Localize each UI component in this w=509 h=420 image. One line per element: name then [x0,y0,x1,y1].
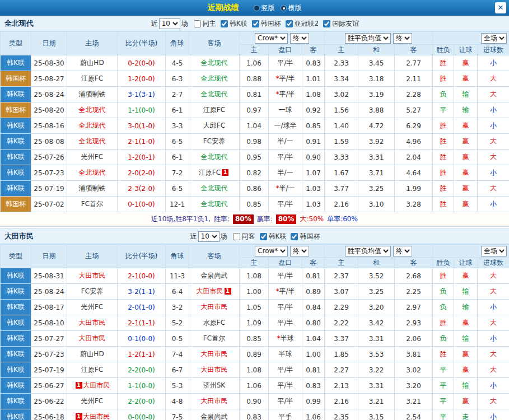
league-checkbox-korcup[interactable] [252,20,259,27]
bookmaker-select[interactable]: Crow* [255,246,288,256]
euro-away-odds: 2.97 [395,300,433,315]
euro-odds-selects: 胜平负均值 终 [325,245,433,258]
league-cell: 韩K联 [1,394,31,409]
league-checkbox-acl2[interactable] [286,20,293,27]
match-row: 韩K联25-08-16全北现代3-0(1-0)3-3大邱FC1.04一/球半0.… [1,118,509,134]
league-filter-kleague[interactable]: 韩K联 [255,232,287,241]
asian-away-odds: 1.00 [302,347,325,362]
result-handicap: 赢 [454,134,478,150]
score-cell: 1-1(0-0) [118,378,166,394]
away-team-cell: 济州SK [189,378,240,394]
corners-cell: 7-5 [166,409,189,420]
recent-results-window: 近期战绩 竖版 横版 ✕ 全北现代 近 10 场 同主 韩K联 韩国杯 亚冠联2… [0,0,509,420]
result-handicap: 赢 [454,394,478,409]
same-home-filter[interactable]: 同主 [189,19,216,29]
scope-select[interactable]: 全场 [481,246,507,256]
euro-draw-odds: 3.53 [358,347,395,362]
euro-draw-header: 和 [358,45,395,55]
euro-draw-odds: 3.25 [358,284,395,300]
away-team-cell: 水原FC [189,315,240,331]
league-label: 亚冠联2 [295,19,319,29]
euro-away-odds: 3.81 [395,347,433,362]
scope-select[interactable]: 全场 [481,33,507,44]
score-cell: 2-1(1-0) [118,134,166,150]
asian-home-odds: 1.09 [240,315,269,331]
euro-home-odds: 1.56 [325,102,358,118]
result-goals: 小 [478,197,509,212]
section2-filter-bar: 大田市民 近 10 场 同客 韩K联 韩国杯 [0,228,509,244]
league-checkbox-kleague[interactable] [260,233,267,240]
date-cell: 25-08-30 [31,55,67,71]
asian-final-select[interactable]: 终 [290,246,309,256]
asterisk-mark: * [275,287,279,295]
league-filter-korcup[interactable]: 韩国杯 [286,232,320,241]
euro-final-select[interactable]: 终 [393,246,412,256]
euro-away-odds: 2.28 [395,87,433,102]
same-away-filter[interactable]: 同客 [228,232,255,241]
asian-home-odds: 0.81 [240,87,269,102]
asian-away-odds: 0.90 [302,150,325,165]
asian-away-odds: 1.03 [302,197,325,212]
asian-handicap-header: 盘口 [269,45,302,55]
euro-average-select[interactable]: 胜平负均值 [345,33,391,44]
euro-home-odds: 3.34 [325,71,358,87]
close-icon[interactable]: ✕ [495,2,506,13]
home-team-cell: 大田市民 [67,331,118,347]
recent-count-select[interactable]: 10 [198,231,220,242]
horizontal-layout-label[interactable]: 横版 [288,3,302,13]
near-label: 近 [151,19,158,29]
date-cell: 25-08-16 [31,118,67,134]
corners-cell: 6-7 [166,362,189,378]
red-card-badge: 1 [76,413,82,420]
result-outcome: 胜 [433,315,454,331]
euro-average-select[interactable]: 胜平负均值 [345,246,391,256]
odd-rate-text: 单率:60% [327,214,358,224]
euro-home-odds: 2.29 [325,300,358,315]
league-filter-kleague[interactable]: 韩K联 [216,19,248,29]
asterisk-mark: * [275,74,279,82]
league-cell: 韩K联 [1,165,31,181]
corners-cell: 4-5 [166,55,189,71]
euro-final-select[interactable]: 终 [393,33,412,44]
bookmaker-select[interactable]: Crow* [255,33,288,44]
euro-draw-odds: 3.92 [358,134,395,150]
league-filter-korcup[interactable]: 韩国杯 [248,19,281,29]
league-checkbox-korcup[interactable] [291,233,298,240]
league-cell: 韩K联 [1,268,31,284]
horizontal-layout-radio[interactable] [281,5,287,11]
asian-handicap: 平/半 [269,268,302,284]
corners-cell: 6-5 [166,181,189,197]
euro-draw-odds: 3.19 [358,87,395,102]
vertical-layout-radio[interactable] [254,5,260,11]
asian-home-odds: 0.88 [240,71,269,87]
recent-count-select[interactable]: 10 [159,18,180,29]
vertical-layout-label[interactable]: 竖版 [261,3,275,13]
score-cell: 2-2(0-0) [118,362,166,378]
score-cell: 2-0(2-0) [118,165,166,181]
euro-away-odds: 3.21 [395,394,433,409]
away-team-cell: 全北现代 [189,87,240,102]
corners-cell: 6-4 [166,284,189,300]
asian-final-select[interactable]: 终 [290,33,309,44]
asian-away-odds: 0.84 [302,300,325,315]
league-checkbox-kleague[interactable] [221,20,228,27]
league-filter-friendly[interactable]: 国际友谊 [319,19,359,29]
euro-home-odds: 3.33 [325,150,358,165]
result-handicap: 赢 [454,71,478,87]
near-label: 近 [190,232,197,241]
same-away-checkbox[interactable] [233,233,240,240]
result-handicap: 赢 [454,118,478,134]
match-row: 韩K联25-07-23蔚山HD1-2(1-1)7-4大田市民0.89半球1.00… [1,347,509,362]
euro-away-odds: 2.77 [395,55,433,71]
corners-cell: 3-2 [166,300,189,315]
result-goals: 大 [478,347,509,362]
home-team-cell: 光州FC [67,300,118,315]
away-team-cell: 大田市民 [189,362,240,378]
asian-away-header: 客 [302,45,325,55]
league-filter-acl2[interactable]: 亚冠联2 [281,19,319,29]
col-header-home: 主场 [67,245,118,268]
league-checkbox-friendly[interactable] [323,20,330,27]
window-title: 近期战绩 [208,3,239,13]
same-home-checkbox[interactable] [194,20,201,27]
home-team-cell: 全北现代 [67,165,118,181]
